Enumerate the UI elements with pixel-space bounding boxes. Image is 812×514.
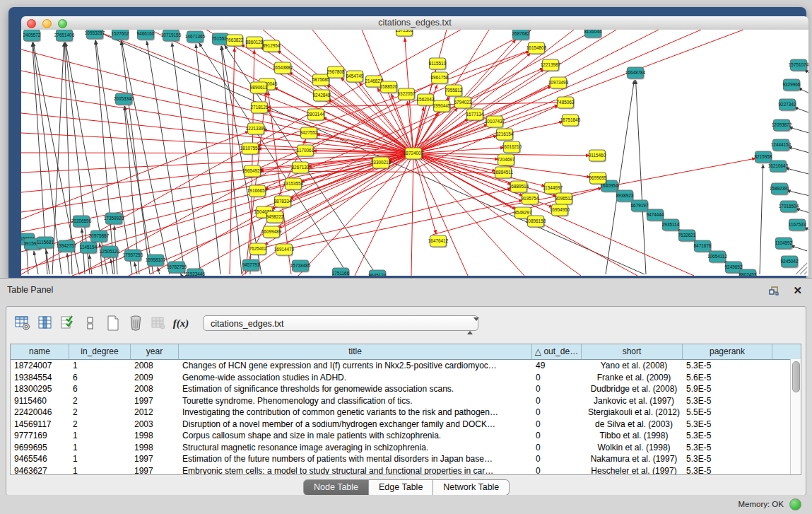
graph-node-selected[interactable]: 8267130 [292,162,310,175]
graph-node[interactable]: 20053346 [114,93,134,106]
table-cell[interactable]: 0 [532,430,582,442]
table-row[interactable]: 1830029562008Estimation of significance … [11,383,801,395]
row-height-icon[interactable] [81,314,100,332]
table-cell[interactable]: 5.9E-5 [683,383,772,395]
graph-node-selected[interactable]: 2967808 [327,66,345,79]
table-cell[interactable]: Tibbo et al. (1998) [582,430,683,442]
graph-node[interactable]: 2405572 [23,30,41,42]
graph-node-selected[interactable]: 9890611 [250,82,268,95]
table-cell[interactable]: 1 [69,453,131,465]
graph-node[interactable]: 10719155 [161,30,182,42]
graph-node-selected[interactable]: 16016210 [502,141,522,154]
table-cell[interactable]: 22420046 [11,407,69,419]
vertical-scrollbar[interactable] [790,359,801,474]
table-cell[interactable]: Dudbridge et al. (2008) [582,383,683,395]
table-cell[interactable]: 9465546 [11,453,69,465]
graph-node[interactable]: 8471676 [694,240,712,253]
graph-node[interactable]: 2935114 [662,219,680,232]
table-row[interactable]: 1872400712008Changes of HCN gene express… [11,360,801,372]
graph-node[interactable]: 2687682 [512,30,530,41]
graph-node[interactable]: 11923446 [185,269,205,276]
table-cell[interactable]: 2009 [131,372,179,384]
graph-node[interactable]: 9245042 [781,256,799,269]
table-cell[interactable]: 0 [532,372,582,384]
table-cell[interactable]: 6 [69,372,131,384]
table-cell[interactable]: Genome-wide association studies in ADHD. [179,372,532,384]
tab-node-table[interactable]: Node Table [303,479,369,496]
table-cell[interactable]: 0 [532,383,582,395]
table-cell[interactable]: Investigating the contribution of common… [179,407,532,419]
graph-node-selected[interactable]: 9242848 [313,90,331,103]
create-column-icon[interactable] [104,314,122,332]
table-cell[interactable]: 5.3E-5 [683,395,772,407]
table-cell[interactable]: Franke et al. (2009) [582,372,683,384]
table-cell[interactable]: Estimation of the future numbers of pati… [179,453,532,465]
graph-node-selected[interactable]: 6794023 [454,97,472,110]
graph-node-selected[interactable]: 6961758 [431,72,449,85]
table-cell[interactable]: 1997 [131,395,179,407]
table-cell[interactable]: 2012 [131,407,179,419]
table-row[interactable]: 2242004622012Investigating the contribut… [11,407,801,419]
graph-node-selected[interactable]: 7485063 [557,97,575,110]
table-row[interactable]: 911546021997Tourette syndrome. Phenomeno… [11,395,801,407]
table-cell[interactable]: 2003 [131,419,179,431]
column-header-out_de[interactable]: △ out_de… [532,344,582,359]
select-rows-icon[interactable] [59,314,77,332]
table-cell[interactable]: 1998 [131,442,179,454]
graph-node-selected[interactable]: 16954950 [550,204,570,217]
clear-table-icon[interactable] [149,314,167,332]
graph-node[interactable]: 30975887 [89,230,110,243]
graph-node-selected[interactable]: 1588520 [380,81,398,94]
graph-node[interactable]: 16958107 [146,255,166,267]
table-row[interactable]: 946554611997Estimation of the future num… [11,453,801,465]
graph-node[interactable]: 8938923 [616,190,634,203]
table-cell[interactable]: 5.3E-5 [683,360,772,372]
graph-node[interactable]: 9457791 [242,259,260,272]
graph-node-selected[interactable]: 16884511 [493,167,513,180]
graph-node[interactable]: 14671365 [185,31,206,44]
table-cell[interactable]: 14569117 [11,419,69,431]
table-cell[interactable]: Nakamura et al. (1997) [582,453,683,465]
graph-node-selected[interactable]: 18107552 [240,143,261,156]
graph-node-selected[interactable]: 1677134 [466,109,484,122]
table-cell[interactable]: 2008 [131,360,179,372]
table-cell[interactable]: 49 [532,360,582,372]
tab-network-table[interactable]: Network Table [433,479,510,496]
graph-node[interactable]: 15718485 [290,260,311,273]
graph-node[interactable]: 17957255 [123,250,143,262]
graph-node[interactable]: 8802453 [739,269,757,276]
table-cell[interactable]: Estimation of significance thresholds fo… [179,383,532,395]
graph-node-selected[interactable]: 16154808 [526,42,547,55]
table-cell[interactable]: 0 [532,407,582,419]
graph-node-selected[interactable]: 1990445 [433,100,451,113]
table-cell[interactable]: 1997 [131,453,179,465]
graph-node[interactable]: 1167533 [789,219,806,232]
graph-node[interactable]: 15892391 [770,183,790,196]
graph-node-selected[interactable]: 3216154 [496,129,514,141]
table-row[interactable]: 969969511998Structural magnetic resonanc… [11,442,801,454]
graph-node[interactable]: 1104592 [775,238,793,250]
graph-node-selected[interactable]: 7625402 [249,243,267,256]
table-cell[interactable]: 18724007 [11,360,69,372]
graph-node[interactable]: 27691406 [54,30,75,42]
graph-node-selected[interactable]: 9195754 [522,193,539,206]
graph-node[interactable]: 16782759 [167,262,187,274]
graph-node-selected[interactable]: 9498222 [266,211,284,224]
graph-node[interactable]: 16648784 [625,67,646,80]
graph-node-selected[interactable]: 19166657 [247,185,268,198]
table-cell[interactable]: Embryonic stem cells: a model to study s… [179,465,532,476]
table-cell[interactable]: 5.3E-5 [683,442,772,454]
table-cell[interactable]: 0 [532,465,582,476]
show-columns-icon[interactable] [36,314,54,332]
graph-node-selected[interactable]: 8096512 [555,193,573,206]
table-cell[interactable]: 1 [69,442,131,454]
table-cell[interactable]: Corpus callosum shape and size in male p… [179,430,532,442]
graph-node[interactable]: 9329966 [783,79,801,92]
graph-node-selected[interactable]: 7204697 [498,154,515,167]
graph-node[interactable]: 8131044 [584,30,602,39]
graph-node-selected[interactable]: 23300213 [371,157,392,170]
graph-node-selected[interactable]: 12213987 [541,59,561,72]
network-window-titlebar[interactable]: citations_edges.txt [21,16,808,30]
graph-node-selected[interactable]: 7955812 [445,85,463,98]
graph-node-selected[interactable]: 16543882 [273,62,293,75]
